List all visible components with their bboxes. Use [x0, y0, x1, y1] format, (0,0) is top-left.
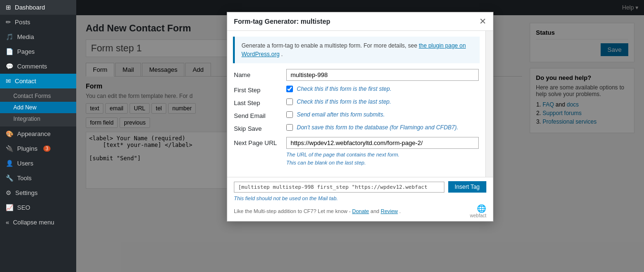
modal-skip-save-checkbox[interactable]: [286, 124, 293, 131]
main-content: Help ▾ Add New Contact Form Form Mail Me…: [76, 0, 644, 272]
modal-first-step-row: First Step Check this if this form is th…: [234, 86, 479, 94]
modal-last-step-checkbox[interactable]: [286, 98, 293, 105]
modal-close-button[interactable]: ✕: [479, 17, 486, 26]
modal-next-page-url-label: Next Page URL: [234, 137, 286, 146]
sidebar-item-media[interactable]: 🎵 Media: [0, 29, 76, 44]
sidebar-item-seo[interactable]: 📈 SEO: [0, 200, 76, 215]
modal-info-bar: Generate a form-tag to enable a multiste…: [233, 37, 480, 63]
modal-next-page-url-input[interactable]: [286, 137, 479, 149]
modal-name-input[interactable]: [286, 69, 479, 81]
modal-skip-save-text: Don't save this form to the database (fo…: [297, 124, 458, 131]
seo-icon: 📈: [6, 204, 13, 211]
appearance-icon: 🎨: [6, 130, 13, 137]
collapse-icon: «: [6, 219, 9, 226]
tag-output-input[interactable]: [234, 182, 444, 193]
modal-last-step-label: Last Step: [234, 98, 286, 107]
sidebar-item-plugins[interactable]: 🔌 Plugins 3: [0, 141, 76, 156]
footer-review-link[interactable]: Review: [381, 208, 398, 214]
modal-body: Generate a form-tag to enable a multiste…: [227, 31, 493, 177]
tag-output-row: Insert Tag: [234, 181, 486, 193]
sidebar-sub-contact: Contact Forms Add New Integration: [0, 88, 76, 126]
sidebar-item-contact[interactable]: ✉ Contact: [0, 74, 76, 88]
sidebar-item-dashboard[interactable]: ⊞ Dashboard: [0, 0, 76, 15]
modal-skip-save-row: Skip Save Don't save this form to the da…: [234, 124, 479, 132]
mail-warning: This field should not be used on the Mai…: [234, 195, 486, 201]
webfact-logo: 🌐 webfact: [470, 204, 486, 218]
sidebar-item-add-new[interactable]: Add New: [0, 102, 76, 113]
sidebar-item-integration[interactable]: Integration: [0, 113, 76, 125]
modal-scrollbar[interactable]: [485, 31, 493, 177]
modal-first-step-label: First Step: [234, 86, 286, 94]
modal-send-email-checkbox[interactable]: [286, 111, 293, 118]
pages-icon: 📄: [6, 48, 13, 55]
modal-url-hint: The URL of the page that contains the ne…: [286, 151, 479, 166]
sidebar-item-contact-forms[interactable]: Contact Forms: [0, 90, 76, 102]
modal-form: Name First Step Check this if this form …: [227, 69, 485, 177]
modal-title: Form-tag Generator: multistep: [234, 18, 330, 25]
modal-name-row: Name: [234, 69, 479, 81]
modal-skip-save-label: Skip Save: [234, 124, 286, 132]
posts-icon: ✏: [6, 19, 11, 26]
modal-last-step-text: Check this if this form is the last step…: [297, 98, 391, 105]
sidebar-item-users[interactable]: 👤 Users: [0, 156, 76, 171]
comments-icon: 💬: [6, 63, 13, 70]
sidebar-item-collapse[interactable]: « Collapse menu: [0, 215, 76, 230]
plugins-badge: 3: [43, 146, 51, 152]
modal-send-email-label: Send Email: [234, 111, 286, 119]
modal-overlay: Form-tag Generator: multistep ✕ Generate…: [76, 0, 644, 272]
sidebar-item-settings[interactable]: ⚙ Settings: [0, 185, 76, 200]
modal-name-label: Name: [234, 71, 286, 78]
sidebar-item-pages[interactable]: 📄 Pages: [0, 44, 76, 59]
sidebar-item-posts[interactable]: ✏ Posts: [0, 15, 76, 29]
sidebar-item-appearance[interactable]: 🎨 Appearance: [0, 126, 76, 141]
modal-last-step-row: Last Step Check this if this form is the…: [234, 98, 479, 107]
tools-icon: 🔧: [6, 175, 13, 182]
users-icon: 👤: [6, 160, 13, 167]
modal-send-email-row: Send Email Send email after this form su…: [234, 111, 479, 119]
media-icon: 🎵: [6, 33, 13, 40]
contact-icon: ✉: [6, 78, 11, 85]
plugins-icon: 🔌: [6, 145, 13, 152]
modal: Form-tag Generator: multistep ✕ Generate…: [227, 12, 493, 222]
settings-icon: ⚙: [6, 189, 11, 196]
modal-first-step-checkbox[interactable]: [286, 86, 293, 92]
sidebar: ⊞ Dashboard ✏ Posts 🎵 Media 📄 Pages 💬 Co…: [0, 0, 76, 272]
dashboard-icon: ⊞: [6, 4, 11, 11]
modal-header: Form-tag Generator: multistep ✕: [227, 12, 493, 31]
sidebar-item-tools[interactable]: 🔧 Tools: [0, 171, 76, 185]
modal-send-email-text: Send email after this form submits.: [297, 111, 385, 118]
footer-bottom: Like the Multi-step addition to CF7? Let…: [234, 204, 486, 218]
sidebar-item-comments[interactable]: 💬 Comments: [0, 59, 76, 74]
modal-first-step-text: Check this if this form is the first ste…: [297, 86, 392, 92]
insert-tag-button[interactable]: Insert Tag: [448, 181, 486, 193]
modal-next-page-url-row: Next Page URL The URL of the page that c…: [234, 137, 479, 166]
modal-footer: Insert Tag This field should not be used…: [227, 177, 493, 221]
footer-donate-link[interactable]: Donate: [352, 208, 369, 214]
